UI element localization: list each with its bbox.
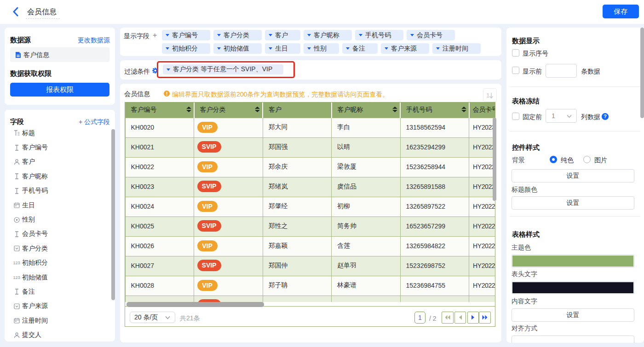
svg-text:1: 1 (486, 92, 489, 99)
